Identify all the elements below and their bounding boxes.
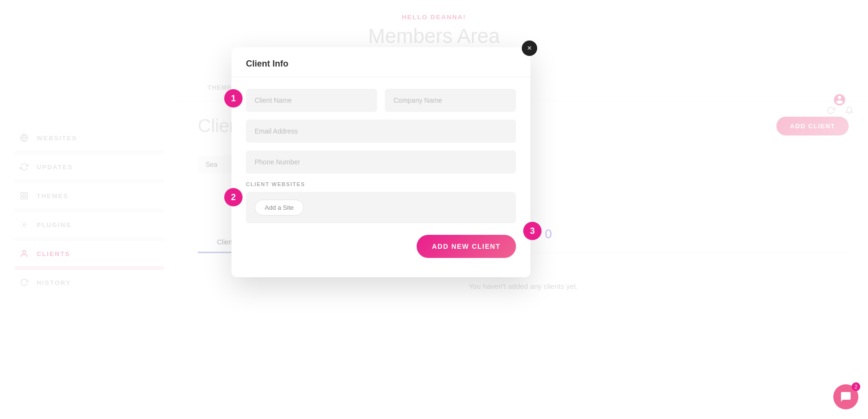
- step-badge-1: 1: [224, 89, 243, 108]
- client-name-input[interactable]: [246, 89, 377, 112]
- client-info-modal: Client Info × CLIENT WEBSITES Add a Site…: [231, 47, 530, 277]
- modal-title: Client Info: [246, 59, 288, 68]
- email-row: [246, 120, 516, 143]
- add-site-area: Add a Site: [246, 192, 516, 223]
- step-badge-2: 2: [224, 188, 243, 206]
- websites-label: CLIENT WEBSITES: [246, 181, 516, 187]
- modal-footer: ADD NEW CLIENT: [231, 235, 530, 258]
- modal-close-button[interactable]: ×: [522, 41, 537, 56]
- phone-row: [246, 150, 516, 174]
- step-badge-3: 3: [523, 222, 542, 240]
- modal-header: Client Info ×: [231, 47, 530, 77]
- name-row: [246, 89, 516, 112]
- phone-input[interactable]: [246, 150, 516, 174]
- add-site-button[interactable]: Add a Site: [255, 200, 304, 216]
- modal-body: CLIENT WEBSITES Add a Site: [231, 77, 530, 235]
- email-input[interactable]: [246, 120, 516, 143]
- step-3-value: 0: [545, 227, 552, 242]
- support-chat-button[interactable]: 2: [833, 384, 858, 409]
- add-new-client-button[interactable]: ADD NEW CLIENT: [417, 235, 516, 258]
- company-name-input[interactable]: [385, 89, 516, 112]
- support-badge: 2: [852, 382, 860, 391]
